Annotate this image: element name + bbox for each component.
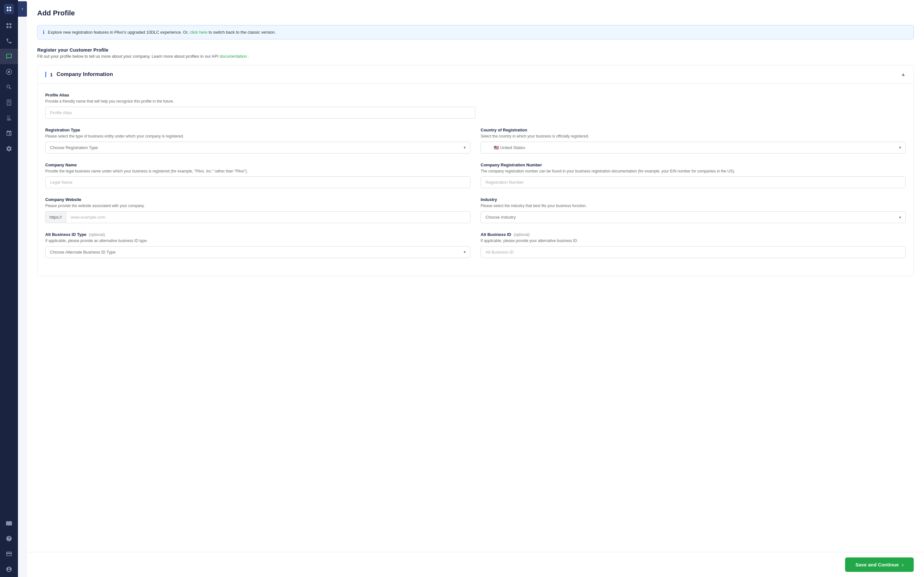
sidebar-item-phone[interactable] — [0, 33, 18, 49]
company-info-accordion: 1 Company Information ▲ Profile Alias Pr… — [37, 65, 914, 276]
registration-type-label: Registration Type — [45, 127, 470, 132]
svg-rect-5 — [10, 23, 11, 25]
website-industry-row: Company Website Please provide the websi… — [45, 197, 906, 223]
svg-rect-4 — [7, 23, 9, 25]
industry-select-wrapper: Choose Industry — [481, 211, 906, 223]
profile-alias-hint: Provide a friendly name that will help y… — [45, 99, 475, 104]
country-group: Country of Registration Select the count… — [481, 127, 906, 153]
registration-type-select[interactable]: Choose Registration Type — [45, 142, 470, 153]
svg-rect-1 — [10, 7, 11, 8]
accordion-title: Company Information — [57, 71, 113, 77]
api-docs-link[interactable]: documentation — [220, 54, 247, 59]
sidebar-item-flow[interactable] — [0, 126, 18, 141]
accordion-body: Profile Alias Provide a friendly name th… — [37, 84, 913, 276]
sidebar-item-sip[interactable] — [0, 95, 18, 110]
profile-alias-row: Profile Alias Provide a friendly name th… — [45, 93, 475, 119]
profile-alias-group: Profile Alias Provide a friendly name th… — [45, 93, 475, 119]
alt-business-row: Alt Business ID Type (optional) If appli… — [45, 232, 906, 258]
save-btn-icon: › — [902, 562, 903, 567]
page-title: Add Profile — [37, 9, 914, 17]
sidebar-item-billing[interactable] — [0, 546, 18, 562]
page-footer: Save and Continue › — [27, 552, 924, 577]
company-reg-number-input[interactable] — [481, 176, 906, 188]
save-btn-label: Save and Continue — [855, 562, 899, 567]
accordion-number: 1 — [45, 72, 53, 77]
accordion-header[interactable]: 1 Company Information ▲ — [37, 65, 913, 84]
accordion-header-left: 1 Company Information — [45, 71, 113, 77]
sidebar-item-messaging[interactable] — [0, 49, 18, 64]
info-icon: ℹ — [43, 29, 45, 35]
alt-business-id-type-hint: If applicable, please provide an alterna… — [45, 238, 470, 243]
country-select[interactable]: 🇺🇸 United States — [481, 142, 906, 153]
info-banner: ℹ Explore new registration features in P… — [37, 25, 914, 39]
accordion-chevron-icon: ▲ — [901, 71, 906, 77]
alt-business-id-group: Alt Business ID (optional) If applicable… — [481, 232, 906, 258]
country-select-wrapper: 🇺🇸 United States — [481, 142, 906, 153]
industry-hint: Please select the industry that best fit… — [481, 203, 906, 209]
sidebar-item-settings[interactable] — [0, 141, 18, 156]
company-name-reg-row: Company Name Provide the legal business … — [45, 163, 906, 189]
sidebar-item-numbers[interactable] — [0, 110, 18, 126]
sidebar-item-help[interactable] — [0, 531, 18, 546]
alt-business-id-hint: If applicable, please provide your alter… — [481, 238, 906, 243]
alt-business-id-type-label: Alt Business ID Type (optional) — [45, 232, 470, 237]
main-content: Add Profile ℹ Explore new registration f… — [27, 0, 924, 577]
alt-business-id-type-select[interactable]: Choose Alternate Business ID Type — [45, 246, 470, 258]
sidebar-item-whatsapp[interactable] — [0, 64, 18, 79]
website-input-wrapper: https:// — [45, 211, 470, 223]
svg-rect-3 — [10, 10, 11, 11]
sidebar — [0, 0, 18, 577]
company-name-input[interactable] — [45, 176, 470, 188]
sidebar-collapse-button[interactable] — [18, 1, 27, 17]
sidebar-item-dashboard[interactable] — [0, 18, 18, 33]
svg-rect-2 — [7, 10, 8, 11]
register-section: Register your Customer Profile Fill out … — [37, 47, 914, 59]
sidebar-logo — [0, 0, 18, 18]
svg-rect-7 — [10, 26, 11, 28]
banner-link[interactable]: click here — [190, 30, 208, 35]
register-subtext: Fill out your profile below to tell us m… — [37, 54, 914, 59]
industry-select[interactable]: Choose Industry — [481, 211, 906, 223]
sidebar-item-account[interactable] — [0, 562, 18, 577]
register-heading: Register your Customer Profile — [37, 47, 914, 53]
logo-icon — [4, 4, 14, 14]
svg-point-12 — [9, 103, 10, 105]
company-name-label: Company Name — [45, 163, 470, 167]
save-continue-button[interactable]: Save and Continue › — [845, 558, 914, 572]
profile-alias-input[interactable] — [45, 107, 475, 119]
industry-label: Industry — [481, 197, 906, 202]
svg-rect-6 — [7, 26, 9, 28]
company-website-hint: Please provide the website associated wi… — [45, 203, 470, 209]
company-reg-number-hint: The company registration number can be f… — [481, 169, 906, 174]
banner-text: Explore new registration features in Pli… — [48, 30, 276, 35]
content-area: Add Profile ℹ Explore new registration f… — [27, 0, 924, 552]
country-hint: Select the country in which your busines… — [481, 134, 906, 139]
company-website-label: Company Website — [45, 197, 470, 202]
registration-type-select-wrapper: Choose Registration Type — [45, 142, 470, 153]
svg-rect-0 — [7, 7, 8, 8]
alt-business-id-label: Alt Business ID (optional) — [481, 232, 906, 237]
registration-country-row: Registration Type Please select the type… — [45, 127, 906, 153]
website-prefix: https:// — [45, 211, 66, 223]
registration-type-group: Registration Type Please select the type… — [45, 127, 470, 153]
alt-business-id-type-select-wrapper: Choose Alternate Business ID Type — [45, 246, 470, 258]
company-reg-number-group: Company Registration Number The company … — [481, 163, 906, 189]
company-name-hint: Provide the legal business name under wh… — [45, 169, 470, 174]
company-name-group: Company Name Provide the legal business … — [45, 163, 470, 189]
alt-business-id-input[interactable] — [481, 246, 906, 258]
profile-alias-label: Profile Alias — [45, 93, 475, 97]
registration-type-hint: Please select the type of business entit… — [45, 134, 470, 139]
sidebar-item-book[interactable] — [0, 516, 18, 531]
alt-business-id-type-group: Alt Business ID Type (optional) If appli… — [45, 232, 470, 258]
industry-group: Industry Please select the industry that… — [481, 197, 906, 223]
company-website-group: Company Website Please provide the websi… — [45, 197, 470, 223]
sidebar-item-search[interactable] — [0, 79, 18, 95]
company-reg-number-label: Company Registration Number — [481, 163, 906, 167]
company-website-input[interactable] — [66, 211, 470, 223]
country-label: Country of Registration — [481, 127, 906, 132]
